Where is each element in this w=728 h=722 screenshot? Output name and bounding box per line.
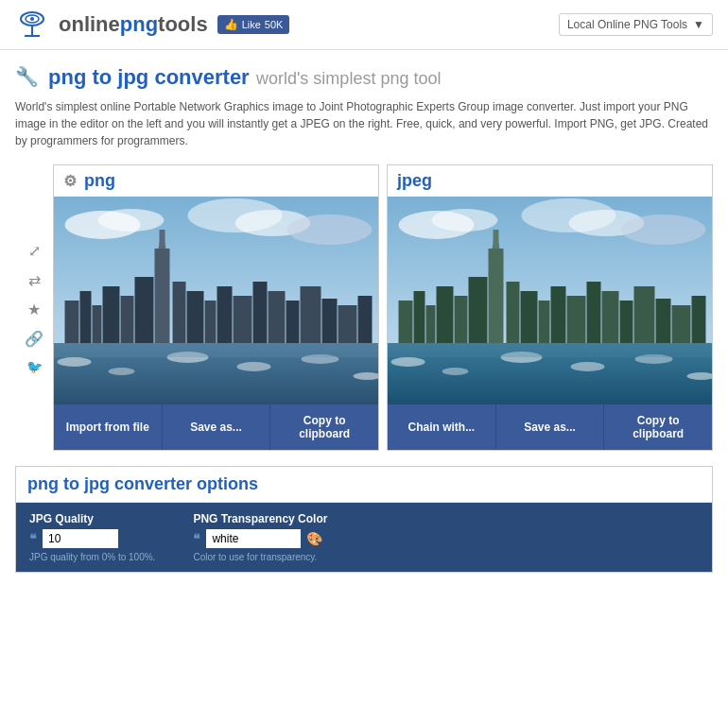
svg-rect-50 — [455, 296, 468, 348]
title-row: 🔧 png to jpg converter world's simplest … — [15, 61, 713, 91]
fb-like-button[interactable]: 👍 Like 50K — [217, 15, 290, 34]
png-label-text: png — [84, 171, 115, 191]
svg-rect-25 — [253, 282, 268, 348]
fb-label: Like — [242, 19, 261, 30]
svg-point-45 — [621, 215, 706, 245]
svg-rect-26 — [269, 291, 286, 348]
svg-rect-19 — [160, 230, 165, 249]
page-title-text: png to jpg converter — [48, 65, 250, 89]
logo-png: png — [120, 12, 158, 36]
svg-rect-59 — [567, 296, 586, 348]
page-subtitle-text: world's simplest png tool — [256, 69, 442, 88]
logo-online: online — [59, 12, 120, 36]
jpg-quality-input[interactable] — [43, 529, 118, 548]
svg-rect-46 — [399, 301, 413, 348]
svg-rect-60 — [587, 282, 601, 348]
png-panel-buttons: Import from file Save as... Copy to clip… — [54, 404, 378, 450]
svg-rect-11 — [65, 301, 79, 348]
svg-point-10 — [287, 215, 373, 245]
png-transparency-label: PNG Transparency Color — [193, 512, 327, 525]
svg-rect-48 — [426, 305, 436, 348]
png-transparency-input[interactable] — [206, 529, 301, 548]
svg-rect-23 — [217, 286, 233, 348]
jpeg-label-text: jpeg — [397, 171, 432, 191]
import-from-file-button[interactable]: Import from file — [54, 404, 163, 450]
svg-rect-64 — [656, 299, 671, 348]
svg-rect-31 — [358, 296, 373, 348]
png-image-container — [54, 197, 378, 404]
swap-icon[interactable]: ⇄ — [28, 271, 41, 289]
options-title: png to jpg converter options — [16, 467, 712, 503]
dropdown-arrow-icon: ▼ — [693, 18, 704, 31]
palette-icon[interactable]: 🎨 — [306, 531, 322, 546]
png-transparency-quote-icon: ❝ — [193, 531, 200, 546]
png-panel: ⚙ png — [53, 164, 379, 451]
svg-rect-21 — [187, 291, 204, 348]
jpg-quality-group: JPG Quality ❝ JPG quality from 0% to 100… — [29, 512, 155, 562]
jpeg-panel: jpeg — [387, 164, 713, 451]
logo-icon — [15, 8, 49, 42]
svg-rect-52 — [489, 249, 504, 348]
svg-rect-17 — [155, 249, 170, 348]
jpeg-image-container — [388, 197, 712, 404]
svg-point-42 — [432, 209, 498, 232]
svg-rect-15 — [121, 296, 134, 348]
wrench-icon: 🔧 — [15, 65, 39, 88]
png-panel-label: ⚙ png — [54, 165, 378, 197]
page-title: png to jpg converter world's simplest pn… — [48, 61, 441, 91]
svg-point-7 — [98, 209, 165, 232]
svg-point-36 — [237, 362, 271, 371]
svg-rect-65 — [672, 305, 691, 348]
svg-rect-14 — [103, 286, 120, 348]
thumb-icon: 👍 — [224, 18, 238, 31]
svg-rect-54 — [494, 230, 499, 249]
tools-dropdown[interactable]: Local Online PNG Tools ▼ — [559, 13, 713, 36]
svg-rect-63 — [634, 286, 655, 348]
jpg-quality-hint: JPG quality from 0% to 100%. — [29, 552, 155, 562]
png-city-image — [54, 197, 378, 404]
options-body: JPG Quality ❝ JPG quality from 0% to 100… — [16, 503, 712, 572]
fullscreen-icon[interactable]: ⤢ — [28, 242, 41, 260]
jpeg-save-as-button[interactable]: Save as... — [496, 404, 605, 450]
svg-rect-51 — [469, 277, 488, 348]
jpeg-copy-to-clipboard-button[interactable]: Copy to clipboard — [604, 404, 712, 450]
options-section: png to jpg converter options JPG Quality… — [15, 466, 713, 573]
fb-count: 50K — [265, 19, 284, 30]
sidebar-icons: ⤢ ⇄ ★ 🔗 🐦 — [15, 164, 53, 451]
link-icon[interactable]: 🔗 — [25, 330, 43, 348]
png-save-as-button[interactable]: Save as... — [163, 404, 271, 450]
svg-rect-16 — [135, 277, 154, 348]
svg-rect-13 — [93, 305, 102, 348]
png-transparency-hint: Color to use for transparency. — [193, 552, 327, 562]
svg-rect-57 — [539, 301, 550, 348]
svg-rect-29 — [322, 299, 338, 348]
svg-rect-12 — [80, 291, 92, 348]
jpg-quality-input-row: ❝ — [29, 529, 155, 548]
svg-rect-61 — [602, 291, 619, 348]
logo-text: onlinepngtools — [59, 12, 208, 37]
svg-point-33 — [58, 357, 92, 367]
svg-point-68 — [391, 357, 425, 367]
svg-rect-66 — [692, 296, 706, 348]
svg-rect-20 — [173, 282, 186, 348]
svg-rect-58 — [551, 286, 566, 348]
page-description: World's simplest online Portable Network… — [15, 98, 713, 149]
jpg-quality-quote-icon: ❝ — [29, 531, 37, 546]
logo-area: onlinepngtools 👍 Like 50K — [15, 8, 289, 42]
favorite-icon[interactable]: ★ — [27, 301, 41, 318]
svg-rect-22 — [205, 301, 217, 348]
svg-rect-55 — [507, 282, 520, 348]
header: onlinepngtools 👍 Like 50K Local Online P… — [0, 0, 728, 50]
svg-rect-24 — [234, 296, 252, 348]
svg-point-34 — [109, 368, 135, 375]
png-copy-to-clipboard-button[interactable]: Copy to clipboard — [270, 404, 378, 450]
svg-rect-27 — [286, 301, 300, 348]
svg-rect-62 — [620, 301, 633, 348]
chain-with-button[interactable]: Chain with... — [388, 404, 496, 450]
png-transparency-input-row: ❝ 🎨 — [193, 529, 327, 548]
svg-rect-39 — [54, 343, 378, 357]
svg-point-4 — [30, 17, 34, 21]
svg-rect-47 — [414, 291, 425, 348]
gear-icon: ⚙ — [63, 172, 77, 190]
twitter-icon[interactable]: 🐦 — [26, 359, 43, 374]
